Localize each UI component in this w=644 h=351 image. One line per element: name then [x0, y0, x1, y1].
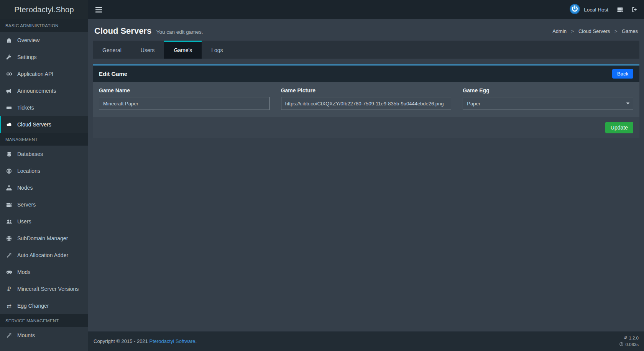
sidebar-section-header: BASIC ADMINISTRATION — [0, 19, 88, 32]
clock-icon — [619, 341, 623, 348]
sidebar-item-announcements[interactable]: Announcements — [0, 82, 88, 99]
sidebar-item-label: Mounts — [17, 332, 35, 338]
version-line: ₽ 1.2.0 — [619, 335, 639, 341]
version-number: 1.2.0 — [629, 335, 639, 341]
load-time-line: 0.063s — [619, 341, 639, 348]
sidebar-item-servers[interactable]: Servers — [0, 196, 88, 213]
version-info: ₽ 1.2.0 0.063s — [619, 335, 639, 348]
tab-users[interactable]: Users — [131, 41, 164, 59]
sidebar-item-label: Overview — [17, 37, 39, 43]
tab-bar: General Users Game's Logs — [93, 41, 639, 59]
sidebar-item-tickets[interactable]: Tickets — [0, 99, 88, 116]
game-picture-input[interactable] — [281, 97, 452, 110]
page-title: Cloud Servers — [94, 26, 151, 36]
sidebar-item-label: Users — [17, 218, 31, 225]
breadcrumb-admin[interactable]: Admin — [552, 28, 567, 34]
pterodactyl-icon: ₽ — [5, 286, 13, 292]
breadcrumb-separator: > — [571, 28, 574, 34]
sitemap-icon — [5, 185, 13, 191]
sidebar-item-mods[interactable]: Mods — [0, 264, 88, 280]
page-subtitle: You can edit games. — [156, 29, 203, 35]
sidebar-item-auto-allocation-adder[interactable]: Auto Allocation Adder — [0, 247, 88, 264]
panel-footer: Update — [93, 117, 639, 138]
gamepad-icon — [5, 269, 13, 275]
globe-icon — [5, 168, 13, 174]
game-picture-label: Game Picture — [281, 87, 452, 93]
sidebar-item-locations[interactable]: Locations — [0, 162, 88, 179]
game-name-label: Game Name — [99, 87, 269, 93]
copyright-suffix: . — [195, 338, 197, 344]
user-menu[interactable]: Local Host — [570, 4, 608, 16]
server-stack-icon[interactable] — [617, 7, 623, 13]
sidebar-item-label: Egg Changer — [17, 303, 49, 309]
sidebar-item-subdomain-manager[interactable]: SubDomain Manager — [0, 230, 88, 247]
panel-header: Edit Game Back — [93, 66, 639, 82]
database-icon — [5, 151, 13, 157]
sidebar-item-minecraft-server-versions[interactable]: ₽ Minecraft Server Versions — [0, 280, 88, 297]
page-heading: Cloud Servers You can edit games. — [94, 26, 203, 36]
copyright-text: Copyright © 2015 - 2021 — [94, 338, 148, 344]
sidebar-item-label: Minecraft Server Versions — [17, 286, 79, 292]
wrench-icon — [5, 54, 13, 60]
tab-logs[interactable]: Logs — [202, 41, 232, 59]
sidebar-item-databases[interactable]: Databases — [0, 146, 88, 162]
game-egg-select-wrap: Paper — [463, 97, 633, 110]
sidebar-item-label: Tickets — [17, 105, 34, 111]
server-icon — [5, 202, 13, 208]
top-navbar: Pterodactyl.Shop Local Host — [0, 0, 644, 19]
sidebar-item-nodes[interactable]: Nodes — [0, 179, 88, 196]
game-egg-field-group: Game Egg Paper — [463, 87, 633, 110]
sidebar-item-label: SubDomain Manager — [17, 235, 68, 241]
sidebar: BASIC ADMINISTRATION Overview Settings A… — [0, 19, 88, 351]
sidebar-item-mounts[interactable]: Mounts — [0, 327, 88, 344]
breadcrumb-cloud-servers[interactable]: Cloud Servers — [578, 28, 610, 34]
tab-general[interactable]: General — [93, 41, 131, 59]
game-egg-select[interactable]: Paper — [463, 97, 633, 110]
panel-title: Edit Game — [99, 71, 127, 77]
sidebar-item-egg-changer[interactable]: ⇄ Egg Changer — [0, 297, 88, 314]
game-name-field-group: Game Name — [99, 87, 269, 110]
hamburger-menu-icon[interactable] — [95, 7, 102, 13]
sidebar-item-label: Settings — [17, 54, 37, 60]
sidebar-item-settings[interactable]: Settings — [0, 49, 88, 66]
main-row: BASIC ADMINISTRATION Overview Settings A… — [0, 19, 644, 351]
sidebar-item-overview[interactable]: Overview — [0, 32, 88, 49]
ticket-icon — [5, 105, 13, 111]
sidebar-item-users[interactable]: Users — [0, 213, 88, 230]
sidebar-item-label: Nodes — [17, 185, 33, 191]
sidebar-item-label: Databases — [17, 151, 43, 157]
breadcrumb-separator: > — [614, 28, 618, 34]
app-window: Pterodactyl.Shop Local Host — [0, 0, 644, 351]
bullhorn-icon — [5, 88, 13, 94]
magic-wand-icon — [5, 253, 13, 258]
panel-body: Game Name Game Picture Game Egg Paper — [93, 82, 639, 117]
link-rings-icon — [5, 71, 13, 77]
game-egg-label: Game Egg — [463, 87, 633, 93]
pterodactyl-software-link[interactable]: Pterodactyl Software — [149, 338, 195, 344]
sidebar-item-application-api[interactable]: Application API — [0, 66, 88, 82]
update-button[interactable]: Update — [605, 122, 633, 133]
game-name-input[interactable] — [99, 97, 269, 110]
tab-games[interactable]: Game's — [164, 41, 202, 59]
exchange-icon: ⇄ — [5, 303, 13, 309]
globe-icon — [5, 236, 13, 241]
sidebar-item-label: Cloud Servers — [17, 121, 51, 128]
back-button[interactable]: Back — [612, 69, 633, 79]
navbar-body: Local Host — [88, 0, 644, 19]
sidebar-item-label: Announcements — [17, 88, 56, 94]
home-icon — [5, 38, 13, 43]
content-column: Cloud Servers You can edit games. Admin … — [88, 19, 644, 351]
breadcrumb: Admin > Cloud Servers > Games — [552, 28, 638, 34]
sidebar-item-label: Application API — [17, 71, 53, 77]
brand-logo[interactable]: Pterodactyl.Shop — [0, 0, 88, 19]
navbar-right: Local Host — [570, 4, 638, 16]
game-picture-field-group: Game Picture — [281, 87, 452, 110]
sidebar-section-header: SERVICE MANAGEMENT — [0, 314, 88, 327]
sidebar-item-cloud-servers[interactable]: Cloud Servers — [0, 116, 88, 133]
content-header: Cloud Servers You can edit games. Admin … — [93, 23, 639, 41]
page-footer: Copyright © 2015 - 2021 Pterodactyl Soft… — [88, 331, 644, 351]
sign-out-icon[interactable] — [632, 7, 638, 13]
edit-game-panel: Edit Game Back Game Name Game Picture — [93, 64, 639, 138]
sidebar-item-label: Auto Allocation Adder — [17, 252, 68, 258]
power-avatar — [570, 4, 580, 16]
